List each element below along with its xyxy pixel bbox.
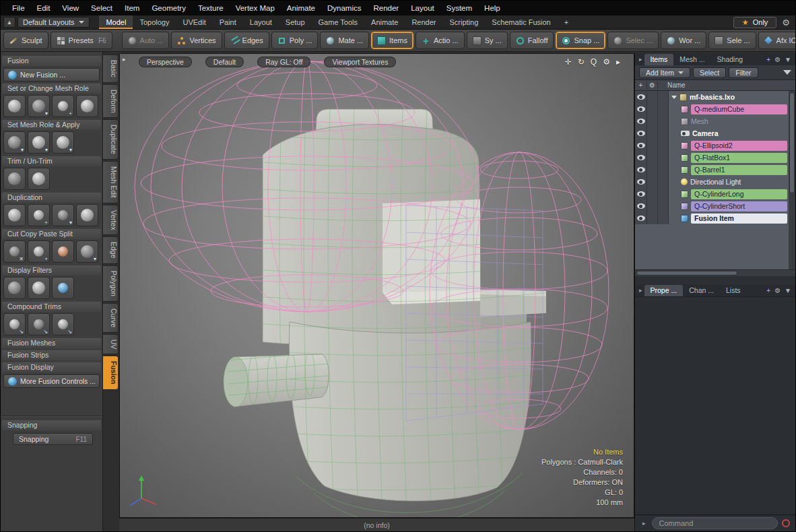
layout-tab-topology[interactable]: Topology: [133, 15, 176, 29]
layout-tab-model[interactable]: Model: [99, 15, 133, 29]
section-compound-trims[interactable]: Compound Trims: [2, 302, 101, 312]
menu-geometry[interactable]: Geometry: [145, 1, 192, 15]
layout-tab-scripting[interactable]: Scripting: [443, 15, 486, 29]
scrollbar-thumb[interactable]: [789, 92, 795, 193]
split-button[interactable]: ▾: [76, 240, 98, 263]
mesh-role-primary-button[interactable]: [3, 95, 26, 117]
compound-button-3[interactable]: ↘: [52, 313, 74, 335]
tab-lists[interactable]: Lists: [720, 285, 747, 296]
mode-button-selection-sets[interactable]: Selec ...: [607, 32, 659, 49]
menu-edit[interactable]: Edit: [31, 1, 57, 15]
section-fusion-strips[interactable]: Fusion Strips: [2, 350, 101, 360]
visibility-eye-icon[interactable]: [635, 176, 647, 188]
duplicate-button-1[interactable]: [3, 204, 26, 226]
layout-tab-setup[interactable]: Setup: [279, 15, 312, 29]
apply-role-button-3[interactable]: ▾: [52, 131, 74, 154]
filter-funnel-icon[interactable]: [783, 70, 791, 75]
mode-button-action-center[interactable]: Actio ...: [416, 32, 465, 49]
item-row-light[interactable]: Directional Light: [635, 176, 795, 188]
mode-button-items[interactable]: Items: [371, 32, 413, 49]
pan-icon[interactable]: ✛: [565, 57, 572, 67]
item-row-mesh[interactable]: Q-mediumCube: [635, 103, 795, 115]
copy-button[interactable]: +: [28, 240, 50, 263]
mode-button-falloff[interactable]: Falloff: [510, 32, 554, 49]
viewport-gear-icon[interactable]: ⚙: [603, 57, 610, 67]
tab-curve[interactable]: Curve: [103, 303, 119, 333]
duplicate-button-4[interactable]: [76, 204, 98, 226]
visibility-eye-icon[interactable]: [635, 188, 647, 200]
trim-button[interactable]: [3, 168, 26, 190]
tab-polygon[interactable]: Polygon: [103, 265, 119, 302]
section-fusion-meshes[interactable]: Fusion Meshes: [2, 338, 101, 348]
mode-button-work-plane[interactable]: Wor ...: [661, 32, 706, 49]
scrollbar-thumb[interactable]: [636, 271, 737, 275]
zoom-icon[interactable]: Q: [591, 57, 597, 67]
mode-button-polygons[interactable]: Poly ...: [271, 32, 319, 49]
menu-animate[interactable]: Animate: [281, 1, 321, 15]
macro-record-icon[interactable]: [782, 519, 790, 527]
tab-properties[interactable]: Prope ...: [644, 285, 684, 296]
apply-role-button-2[interactable]: ▾: [28, 131, 50, 154]
section-role-apply[interactable]: Set Mesh Role & Apply: [2, 120, 101, 130]
section-snapping[interactable]: Snapping: [2, 420, 101, 430]
visibility-eye-icon[interactable]: [635, 103, 647, 115]
visibility-eye-icon[interactable]: [635, 152, 647, 164]
menu-file[interactable]: File: [6, 1, 31, 15]
menu-layout[interactable]: Layout: [405, 1, 440, 15]
section-fusion[interactable]: Fusion: [2, 56, 101, 66]
menu-dynamics[interactable]: Dynamics: [321, 1, 367, 15]
list-vertical-scrollbar[interactable]: [789, 91, 795, 269]
viewport-shading-button[interactable]: Default: [205, 57, 244, 67]
viewport-textures-button[interactable]: Viewport Textures: [324, 57, 396, 67]
filter-button-3[interactable]: [52, 277, 74, 299]
disclosure-triangle-icon[interactable]: [671, 96, 677, 99]
mode-button-selection[interactable]: Sele ...: [708, 32, 756, 49]
only-toggle-button[interactable]: ★ Only: [733, 17, 777, 28]
filter-button-2[interactable]: [28, 277, 50, 299]
lock-column-icon[interactable]: ⚙: [647, 81, 658, 89]
item-row-scene[interactable]: mf-basics.lxo: [635, 91, 795, 103]
viewport-more-icon[interactable]: ▸: [616, 57, 620, 67]
panel-chevron-icon[interactable]: ▸: [639, 56, 642, 63]
mesh-role-trim-button[interactable]: ▾: [28, 95, 50, 117]
name-column-header[interactable]: Name: [658, 81, 795, 89]
menu-system[interactable]: System: [440, 1, 478, 15]
layout-tab-uvedit[interactable]: UVEdit: [176, 15, 212, 29]
section-set-mesh-role[interactable]: Set or Change Mesh Role: [2, 84, 101, 94]
visibility-eye-icon[interactable]: [635, 139, 647, 152]
mode-button-edges[interactable]: Edges: [224, 32, 269, 49]
tab-duplicate[interactable]: Duplicate: [103, 119, 119, 160]
visibility-eye-icon[interactable]: [635, 91, 647, 103]
list-horizontal-scrollbar[interactable]: [635, 269, 795, 276]
tab-vertex[interactable]: Vertex: [103, 205, 119, 236]
layout-tab-layout[interactable]: Layout: [243, 15, 279, 29]
panel-caret-icon[interactable]: ▼: [783, 287, 793, 294]
visibility-eye-icon[interactable]: [635, 200, 647, 212]
command-input[interactable]: [652, 517, 778, 529]
layout-up-icon[interactable]: ▲: [3, 17, 15, 28]
command-chevron-icon[interactable]: ▸: [642, 520, 646, 527]
panel-chevron-icon[interactable]: ▸: [639, 287, 642, 294]
tab-mesh-edit[interactable]: Mesh Edit: [103, 161, 119, 203]
compound-button-1[interactable]: ↘: [3, 313, 26, 335]
viewport-projection-button[interactable]: Perspective: [139, 57, 192, 67]
layout-gear-icon[interactable]: ⚙: [782, 18, 790, 28]
mode-button-symmetry[interactable]: Sy ...: [467, 32, 508, 49]
visibility-eye-icon[interactable]: [635, 115, 647, 127]
item-row-mesh[interactable]: Q-Barrel1: [635, 164, 795, 176]
tab-edge[interactable]: Edge: [103, 236, 119, 264]
item-row-mesh[interactable]: Q-CylinderLong: [635, 188, 795, 200]
layout-preset-dropdown[interactable]: Default Layouts: [18, 17, 90, 28]
section-fusion-display[interactable]: Fusion Display: [2, 362, 101, 372]
layout-tab-game-tools[interactable]: Game Tools: [312, 15, 365, 29]
section-trim[interactable]: Trim / Un-Trim: [2, 156, 101, 166]
panel-add-icon[interactable]: +: [764, 287, 772, 294]
item-row-camera[interactable]: Camera: [635, 127, 795, 139]
section-display-filters[interactable]: Display Filters: [2, 265, 101, 275]
tab-shading[interactable]: Shading: [711, 54, 750, 65]
mode-button-materials[interactable]: Mate ...: [320, 32, 369, 49]
add-item-button[interactable]: Add Item: [639, 67, 690, 78]
visibility-eye-icon[interactable]: [635, 212, 647, 224]
orbit-icon[interactable]: ↻: [578, 57, 585, 67]
snapping-popover-button[interactable]: Snapping F11: [13, 433, 93, 445]
